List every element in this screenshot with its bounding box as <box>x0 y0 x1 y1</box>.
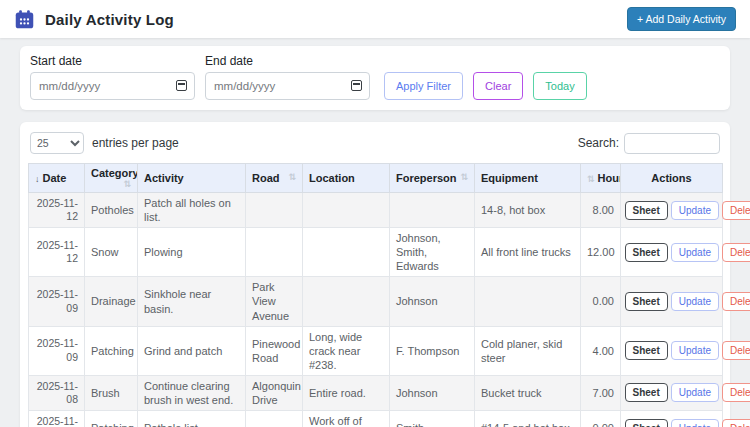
sort-icon: ⇅ <box>587 174 595 184</box>
delete-button[interactable]: Delete <box>722 243 750 262</box>
column-header-date[interactable]: ↓Date <box>29 164 85 193</box>
delete-button[interactable]: Delete <box>722 419 750 427</box>
column-label: Category <box>91 167 138 179</box>
update-button[interactable]: Update <box>671 201 719 220</box>
add-daily-activity-button[interactable]: + Add Daily Activity <box>627 7 736 31</box>
cell-foreperson: Johnson <box>390 277 475 326</box>
cell-hours: 4.00 <box>581 326 621 375</box>
cell-road <box>246 193 303 228</box>
cell-road <box>246 228 303 277</box>
update-button[interactable]: Update <box>671 383 719 402</box>
column-header-activity: Activity <box>138 164 246 193</box>
end-date-input[interactable] <box>205 72 370 100</box>
sheet-button[interactable]: Sheet <box>625 292 668 311</box>
cell-road: Park View Avenue <box>246 277 303 326</box>
sort-icon: ⇅ <box>123 179 131 189</box>
table-row: 2025-11-09PatchingGrind and patchPinewoo… <box>29 326 723 375</box>
cell-actions: SheetUpdateDelete <box>621 411 723 427</box>
cell-date: 2025-11-09 <box>29 277 85 326</box>
update-button[interactable]: Update <box>671 292 719 311</box>
delete-button[interactable]: Delete <box>722 341 750 360</box>
cell-road: Algonquin Drive <box>246 375 303 410</box>
cell-location <box>303 193 390 228</box>
cell-equipment: 14-8, hot box <box>475 193 581 228</box>
cell-foreperson: F. Thompson <box>390 326 475 375</box>
cell-hours: 12.00 <box>581 228 621 277</box>
date-picker-icon[interactable] <box>351 80 362 91</box>
clear-button[interactable]: Clear <box>473 72 523 100</box>
cell-road <box>246 411 303 427</box>
calendar-icon <box>14 9 35 30</box>
column-header-foreperson[interactable]: Foreperson⇅ <box>390 164 475 193</box>
cell-location: Long, wide crack near #238. <box>303 326 390 375</box>
cell-date: 2025-11-09 <box>29 326 85 375</box>
sheet-button[interactable]: Sheet <box>625 243 668 262</box>
column-label: Date <box>43 172 67 184</box>
cell-hours: 0.00 <box>581 411 621 427</box>
cell-date: 2025-11-12 <box>29 228 85 277</box>
cell-location <box>303 228 390 277</box>
cell-actions: SheetUpdateDelete <box>621 228 723 277</box>
cell-hours: 8.00 <box>581 193 621 228</box>
cell-hours: 7.00 <box>581 375 621 410</box>
cell-date: 2025-11-08 <box>29 411 85 427</box>
column-header-equipment: Equipment <box>475 164 581 193</box>
cell-activity: Continue clearing brush in west end. <box>138 375 246 410</box>
sort-icon: ⇅ <box>460 172 468 182</box>
cell-foreperson: Smith <box>390 411 475 427</box>
cell-actions: SheetUpdateDelete <box>621 326 723 375</box>
update-button[interactable]: Update <box>671 419 719 427</box>
end-date-label: End date <box>205 54 370 68</box>
column-label: Actions <box>651 172 691 184</box>
cell-category: Drainage <box>85 277 138 326</box>
page-title: Daily Activity Log <box>45 11 174 28</box>
cell-equipment: All front line trucks <box>475 228 581 277</box>
sheet-button[interactable]: Sheet <box>625 341 668 360</box>
delete-button[interactable]: Delete <box>722 383 750 402</box>
cell-equipment: Cold planer, skid steer <box>475 326 581 375</box>
cell-equipment: Bucket truck <box>475 375 581 410</box>
start-date-group: Start date <box>30 54 195 100</box>
top-bar: Daily Activity Log + Add Daily Activity <box>0 0 750 38</box>
column-label: Hours <box>598 172 621 184</box>
column-label: Location <box>309 172 355 184</box>
date-picker-icon[interactable] <box>176 80 187 91</box>
table-row: 2025-11-09DrainageSinkhole near basin.Pa… <box>29 277 723 326</box>
cell-activity: Pothole list <box>138 411 246 427</box>
sheet-button[interactable]: Sheet <box>625 383 668 402</box>
cell-foreperson: Johnson <box>390 375 475 410</box>
update-button[interactable]: Update <box>671 341 719 360</box>
cell-category: Patching <box>85 411 138 427</box>
brand: Daily Activity Log <box>14 9 174 30</box>
column-label: Equipment <box>481 172 538 184</box>
column-label: Road <box>252 172 280 184</box>
cell-date: 2025-11-08 <box>29 375 85 410</box>
update-button[interactable]: Update <box>671 243 719 262</box>
search-label: Search: <box>578 136 619 150</box>
cell-actions: SheetUpdateDelete <box>621 375 723 410</box>
cell-category: Potholes <box>85 193 138 228</box>
cell-activity: Grind and patch <box>138 326 246 375</box>
sheet-button[interactable]: Sheet <box>625 201 668 220</box>
column-header-road[interactable]: Road⇅ <box>246 164 303 193</box>
cell-activity: Plowing <box>138 228 246 277</box>
end-date-group: End date <box>205 54 370 100</box>
apply-filter-button[interactable]: Apply Filter <box>384 72 463 100</box>
cell-foreperson <box>390 193 475 228</box>
today-button[interactable]: Today <box>533 72 586 100</box>
cell-hours: 0.00 <box>581 277 621 326</box>
search-input[interactable] <box>624 133 720 154</box>
start-date-input[interactable] <box>30 72 195 100</box>
cell-activity: Patch all holes on list. <box>138 193 246 228</box>
table-row: 2025-11-08BrushContinue clearing brush i… <box>29 375 723 410</box>
delete-button[interactable]: Delete <box>722 201 750 220</box>
sheet-button[interactable]: Sheet <box>625 419 668 427</box>
cell-location: Work off of pothole list. <box>303 411 390 427</box>
page-size-select[interactable]: 25 <box>30 132 84 154</box>
cell-road: Pinewood Road <box>246 326 303 375</box>
delete-button[interactable]: Delete <box>722 292 750 311</box>
column-header-hours[interactable]: ⇅Hours <box>581 164 621 193</box>
column-header-category[interactable]: Category⇅ <box>85 164 138 193</box>
cell-location: Entire road. <box>303 375 390 410</box>
cell-actions: SheetUpdateDelete <box>621 193 723 228</box>
